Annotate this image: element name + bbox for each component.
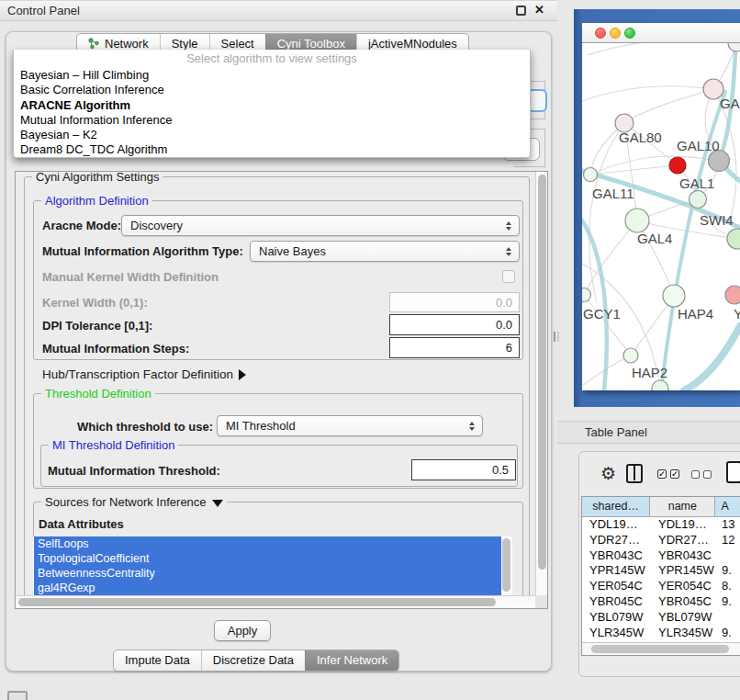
algorithm-option-highlighted[interactable]: ARACNE Algorithm — [14, 98, 530, 113]
table-row[interactable]: YPR145WYPR145W9. — [582, 563, 740, 579]
tab-impute-data-label: Impute Data — [125, 653, 190, 667]
node-gcy1[interactable] — [582, 288, 591, 302]
label-gal10: GAL10 — [677, 138, 720, 153]
bottom-tabbar: Impute Data Discretize Data Infer Networ… — [113, 649, 399, 672]
network-icon — [88, 38, 100, 50]
cyni-algorithm-settings-title: Cyni Algorithm Settings — [32, 171, 163, 184]
node-partial-bottom[interactable] — [652, 380, 668, 390]
table-row[interactable]: YBR045CYBR045C9. — [582, 594, 740, 610]
node-hap2[interactable] — [623, 348, 638, 363]
table-row[interactable]: YBR043CYBR043C — [582, 548, 740, 564]
dpi-tolerance-label: DPI Tolerance [0,1]: — [42, 319, 152, 333]
select-all-icon-2[interactable]: ✓ — [670, 469, 679, 479]
vertical-scrollbar-thumb[interactable] — [538, 175, 546, 570]
aracne-mode-value: Discovery — [130, 219, 183, 232]
settings-horizontal-scrollbar[interactable] — [16, 595, 535, 608]
tab-infer-network-label: Infer Network — [317, 653, 387, 667]
data-attributes-list: SelfLoops TopologicalCoefficient Between… — [33, 536, 512, 597]
tab-jactivemnodules-label: jActiveMNodules — [368, 37, 457, 51]
tab-network-label: Network — [105, 37, 149, 51]
aracne-mode-label: Aracne Mode: — [42, 219, 121, 232]
algorithm-option[interactable]: Mutual Information Inference — [14, 113, 530, 128]
mi-steps-field[interactable]: 6 — [389, 337, 520, 358]
new-table-icon[interactable] — [726, 461, 740, 483]
expander-collapsed-icon — [239, 369, 246, 380]
column-header-shared-name[interactable]: shared… — [582, 497, 650, 516]
panel-splitter-grip[interactable] — [554, 332, 559, 342]
hub-expander[interactable]: Hub/Transcription Factor Definition — [42, 367, 246, 381]
manual-kernel-width-checkbox[interactable] — [502, 270, 515, 283]
column-header-name[interactable]: name — [650, 497, 715, 516]
float-window-icon[interactable] — [516, 6, 526, 16]
algorithm-option[interactable]: Bayesian – K2 — [14, 128, 530, 142]
table-row[interactable]: YLR345WYLR345W9. — [582, 626, 740, 641]
mi-algorithm-type-combobox[interactable]: Naive Bayes — [250, 241, 520, 262]
horizontal-scrollbar-thumb[interactable] — [18, 598, 496, 606]
attribute-item-selected[interactable]: SelfLoops — [34, 536, 501, 551]
tab-select-label: Select — [221, 37, 254, 51]
table-horizontal-scrollbar[interactable] — [582, 642, 740, 655]
network-canvas[interactable]: GAL GAL80 GAL10 GAL1 GAL11 SWI4 GAL4 GCY… — [582, 43, 740, 390]
deselect-all-icon-2[interactable] — [703, 470, 712, 479]
node-partial-right[interactable] — [727, 229, 740, 249]
algorithm-option[interactable]: Dream8 DC_TDC Algorithm — [14, 142, 530, 157]
table-row[interactable]: YBL079WYBL079W — [582, 610, 740, 626]
algorithm-option[interactable]: Bayesian – Hill Climbing — [14, 68, 530, 83]
table-panel-title: Table Panel — [585, 425, 647, 439]
node-gal1-red[interactable] — [669, 157, 686, 174]
table-header-row: shared… name A — [582, 497, 740, 517]
attribute-item-selected[interactable]: gal4RGexp — [34, 581, 501, 595]
tab-discretize-data[interactable]: Discretize Data — [201, 650, 305, 671]
table-row[interactable]: YER054CYER054C8. — [582, 579, 740, 594]
split-columns-icon[interactable] — [626, 464, 643, 483]
table-panel-titlebar: Table Panel — [557, 421, 740, 444]
node-swi4[interactable] — [690, 191, 707, 209]
table-row[interactable]: YDR27…YDR27…12 — [582, 533, 740, 548]
label-swi4: SWI4 — [700, 212, 734, 228]
table-body: YDL19…YDL19…13 YDR27…YDR27…12 YBR043CYBR… — [582, 517, 740, 644]
column-header-partial[interactable]: A — [715, 497, 740, 516]
mi-threshold-label: Mutual Information Threshold: — [48, 464, 220, 478]
table-scrollbar-thumb[interactable] — [591, 645, 729, 653]
apply-button[interactable]: Apply — [214, 620, 271, 641]
window-close-button[interactable] — [595, 28, 606, 39]
node-hap4[interactable] — [663, 285, 685, 307]
deselect-all-icon[interactable] — [691, 470, 700, 479]
label-gcy1: GCY1 — [583, 306, 621, 322]
node-y-partial[interactable] — [725, 286, 740, 304]
algorithm-option[interactable]: Basic Correlation Inference — [14, 83, 530, 97]
which-threshold-combobox[interactable]: MI Threshold — [217, 415, 483, 436]
attributes-list-scrollbar[interactable] — [501, 536, 512, 597]
node-gal11[interactable] — [584, 168, 598, 182]
spinner-arrows-icon — [506, 247, 511, 256]
sources-title-label: Sources for Network Inference — [45, 495, 207, 509]
gear-icon[interactable]: ⚙ — [600, 463, 616, 484]
table-row[interactable]: YDL19…YDL19…13 — [582, 517, 740, 533]
spinner-arrows-icon — [469, 422, 475, 431]
node-gal4[interactable] — [625, 209, 649, 232]
select-all-icon[interactable]: ✓ — [657, 469, 667, 479]
close-panel-icon[interactable]: ✕ — [534, 3, 544, 17]
tab-cyni-toolbox-label: Cyni Toolbox — [277, 37, 345, 51]
network-window-titlebar[interactable] — [582, 23, 740, 43]
window-minimize-button[interactable] — [610, 28, 621, 39]
label-gal1: GAL1 — [679, 175, 714, 191]
tab-infer-network[interactable]: Infer Network — [305, 650, 398, 671]
aracne-mode-combobox[interactable]: Discovery — [121, 215, 520, 236]
tab-impute-data[interactable]: Impute Data — [114, 650, 201, 671]
mi-threshold-field[interactable]: 0.5 — [411, 459, 516, 480]
window-zoom-button[interactable] — [624, 28, 635, 39]
node-attribute-table: shared… name A YDL19…YDL19…13 YDR27…YDR2… — [581, 496, 740, 656]
attribute-item-selected[interactable]: BetweennessCentrality — [34, 566, 501, 581]
label-hap2: HAP2 — [632, 365, 667, 380]
scrollbar-corner — [535, 595, 547, 608]
attribute-item-selected[interactable]: TopologicalCoefficient — [34, 551, 501, 566]
dpi-tolerance-field[interactable]: 0.0 — [389, 314, 520, 335]
settings-vertical-scrollbar[interactable] — [535, 172, 547, 597]
threshold-definition-title: Threshold Definition — [41, 387, 155, 401]
kernel-width-field[interactable]: 0.0 — [389, 292, 520, 312]
sources-title[interactable]: Sources for Network Inference — [41, 495, 227, 509]
node-partial-top[interactable] — [728, 43, 740, 51]
docked-panel-icon[interactable] — [7, 691, 28, 700]
label-gal4: GAL4 — [637, 231, 672, 246]
